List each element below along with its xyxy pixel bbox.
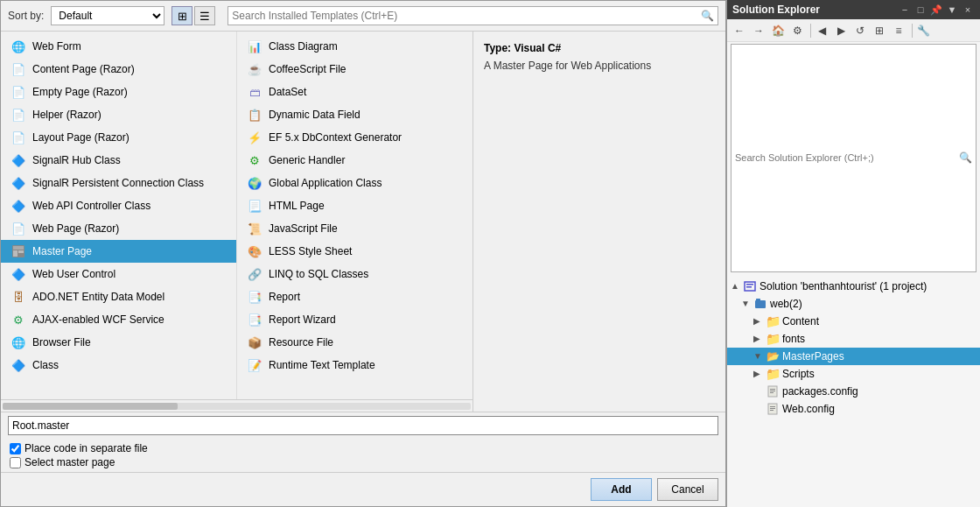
class-diagram-icon: 📊 — [246, 38, 263, 55]
list-item[interactable]: 🌐 Browser File — [1, 331, 236, 354]
se-content-node[interactable]: ▶ 📁 Content — [727, 313, 980, 330]
svg-rect-14 — [770, 406, 775, 407]
list-item[interactable]: 🔷 Web User Control — [1, 263, 236, 285]
se-packages-config-node[interactable]: packages.config — [727, 383, 980, 400]
se-back-button[interactable]: ← — [731, 22, 748, 39]
select-master-checkbox[interactable] — [10, 457, 21, 468]
project-icon — [753, 297, 767, 311]
search-input[interactable] — [232, 10, 701, 22]
se-forward-button[interactable]: → — [750, 22, 767, 39]
list-item[interactable]: 📋 Dynamic Data Field — [237, 103, 472, 126]
cancel-button[interactable]: Cancel — [657, 478, 718, 501]
se-show-all-button[interactable]: ≡ — [890, 22, 907, 39]
list-item[interactable]: 🌐 Web Form — [1, 35, 236, 58]
se-project-node[interactable]: ▼ web(2) — [727, 295, 980, 313]
list-item[interactable]: 🌍 Global Application Class — [237, 172, 472, 194]
se-home-button[interactable]: 🏠 — [769, 22, 787, 39]
item-label: DataSet — [269, 86, 306, 98]
se-search-box[interactable]: 🔍 — [731, 44, 976, 272]
list-item[interactable]: 📄 Web Page (Razor) — [1, 217, 236, 240]
item-label: LESS Style Sheet — [269, 245, 352, 257]
master-page-item[interactable]: Master Page — [1, 240, 236, 263]
list-item[interactable]: 🗃 DataSet — [237, 81, 472, 103]
list-item[interactable]: ⚡ EF 5.x DbContext Generator — [237, 126, 472, 149]
masterpages-folder-icon: 📂 — [766, 349, 780, 363]
se-refresh-button[interactable]: ↺ — [851, 22, 869, 39]
place-code-checkbox[interactable] — [10, 443, 21, 454]
se-search-icon: 🔍 — [959, 151, 972, 164]
less-icon: 🎨 — [246, 243, 263, 260]
horizontal-scrollbar[interactable] — [1, 399, 472, 412]
se-web-config-node[interactable]: Web.config — [727, 400, 980, 418]
svg-rect-11 — [770, 391, 775, 391]
search-box[interactable]: 🔍 — [228, 6, 718, 25]
list-item[interactable]: ☕ CoffeeScript File — [237, 58, 472, 81]
place-code-row: Place code in separate file — [10, 442, 717, 454]
expand-icon: ▶ — [753, 316, 766, 326]
svg-rect-10 — [770, 389, 775, 390]
list-item[interactable]: ⚙ AJAX-enabled WCF Service — [1, 308, 236, 331]
dataset-icon: 🗃 — [246, 83, 263, 101]
item-label: Generic Handler — [269, 154, 345, 166]
list-item[interactable]: 🎨 LESS Style Sheet — [237, 240, 472, 263]
place-code-label[interactable]: Place code in separate file — [24, 442, 148, 454]
list-item[interactable]: 📦 Resource File — [237, 331, 472, 354]
se-scripts-node[interactable]: ▶ 📁 Scripts — [727, 365, 980, 383]
se-minus-button[interactable]: − — [898, 4, 912, 16]
list-item[interactable]: ⚙ Generic Handler — [237, 149, 472, 172]
list-item[interactable]: 📄 Content Page (Razor) — [1, 58, 236, 81]
item-label: Dynamic Data Field — [269, 109, 360, 121]
se-sync-button[interactable]: ⚙ — [788, 22, 806, 39]
se-solution-node[interactable]: ▲ Solution 'benthanhtourist' (1 project) — [727, 278, 980, 295]
se-new-folder-button[interactable]: ⊞ — [871, 22, 888, 39]
item-label: Class Diagram — [269, 40, 338, 53]
list-item[interactable]: 🔷 Class — [1, 354, 236, 377]
grid-view-button[interactable]: ⊞ — [172, 6, 192, 25]
item-label: CoffeeScript File — [269, 63, 346, 75]
sort-select[interactable]: Default — [51, 6, 164, 25]
list-item[interactable]: 📄 Helper (Razor) — [1, 103, 236, 126]
list-item[interactable]: 🔷 SignalR Hub Class — [1, 149, 236, 172]
list-item[interactable]: 📄 Layout Page (Razor) — [1, 126, 236, 149]
se-chevron-button[interactable]: ▼ — [945, 4, 959, 16]
type-label: Type: — [484, 42, 511, 54]
list-item[interactable]: 📑 Report Wizard — [237, 308, 472, 331]
template-col-right: 📊 Class Diagram ☕ CoffeeScript File 🗃 Da… — [236, 32, 472, 399]
list-item[interactable]: 📄 Empty Page (Razor) — [1, 81, 236, 103]
se-properties-button[interactable]: 🔧 — [914, 22, 932, 39]
item-label: Web User Control — [32, 268, 116, 280]
se-maximize-button[interactable]: □ — [914, 4, 928, 16]
fonts-label: fonts — [782, 333, 805, 345]
se-close-button[interactable]: × — [961, 4, 975, 16]
list-item[interactable]: 🗄 ADO.NET Entity Data Model — [1, 285, 236, 308]
list-item[interactable]: 🔷 SignalR Persistent Connection Class — [1, 172, 236, 194]
expand-icon: ▲ — [731, 281, 743, 291]
web-config-icon — [766, 402, 780, 416]
list-item[interactable]: 📊 Class Diagram — [237, 35, 472, 58]
filename-input[interactable] — [8, 416, 718, 435]
se-pin-button[interactable]: 📌 — [929, 4, 943, 16]
se-masterpages-node[interactable]: ▼ 📂 MasterPages — [727, 348, 980, 365]
select-master-label[interactable]: Select master page — [24, 456, 115, 468]
scripts-label: Scripts — [782, 368, 815, 380]
list-item[interactable]: 📃 HTML Page — [237, 194, 472, 217]
list-item[interactable]: 🔷 Web API Controller Class — [1, 194, 236, 217]
content-page-icon: 📄 — [10, 60, 27, 78]
packages-config-label: packages.config — [782, 385, 858, 398]
expand-icon: ▼ — [741, 299, 753, 308]
list-item[interactable]: 📜 JavaScript File — [237, 217, 472, 240]
add-button[interactable]: Add — [591, 478, 652, 501]
list-view-button[interactable]: ☰ — [194, 6, 215, 25]
list-item[interactable]: 📑 Report — [237, 285, 472, 308]
list-item[interactable]: 📝 Runtime Text Template — [237, 354, 472, 377]
se-controls: − □ 📌 ▼ × — [898, 4, 975, 16]
class-icon: 🔷 — [10, 356, 27, 374]
se-search-input[interactable] — [735, 152, 959, 163]
se-nav-right-button[interactable]: ▶ — [832, 22, 850, 39]
scrollbar-thumb[interactable] — [3, 403, 178, 410]
se-nav-left-button[interactable]: ◀ — [813, 22, 830, 39]
list-item[interactable]: 🔗 LINQ to SQL Classes — [237, 263, 472, 285]
item-label: Class — [32, 359, 59, 371]
se-fonts-node[interactable]: ▶ 📁 fonts — [727, 330, 980, 348]
item-label: JavaScript File — [269, 222, 338, 235]
